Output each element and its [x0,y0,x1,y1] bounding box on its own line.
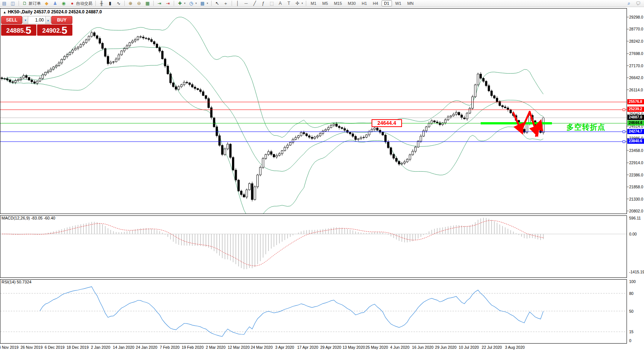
dropdown-caret-icon[interactable]: ▾ [302,2,303,5]
terminal-icon[interactable]: ♟ [51,0,59,6]
add-indicator-icon: ✚ [177,1,183,6]
date-label: 12 Mar 2020 [228,345,250,350]
price-level-text-box[interactable]: 24644.4 [372,119,402,127]
text-icon[interactable]: A [276,0,285,6]
timeframe-m1-button[interactable]: M1 [308,0,319,6]
line-chart-type-icon[interactable]: ∿ [114,0,123,6]
date-label: 25 May 2020 [366,345,388,350]
toolbar-separator [232,1,232,6]
dropdown-caret-icon[interactable]: ▾ [196,2,197,5]
timeframe-d1-button[interactable]: D1 [382,0,392,6]
signals-icon: ◉ [61,1,66,6]
price-badge: 23840.6 [627,139,644,144]
date-label: 2 Mar 2020 [206,345,225,350]
timeframe-h4-button[interactable]: H4 [370,0,381,6]
sell-button[interactable]: SELL [1,16,22,24]
add-indicator-icon[interactable]: ✚▾ [176,0,187,6]
timeframe-mn-button[interactable]: MN [405,0,416,6]
chart-shift-icon: ⇥ [165,1,171,6]
tile-windows-icon[interactable]: ▦ [143,0,152,6]
date-label: 10 Jul 2020 [459,345,479,350]
fibonacci-icon[interactable]: ƒ [259,0,268,6]
chart-shift-icon[interactable]: ⇥ [164,0,172,6]
rsi-pane[interactable] [0,279,627,344]
price-tick-label: 29298.0 [629,14,643,20]
timeframe-m15-button[interactable]: M15 [331,0,344,6]
price-badge: 24644.4 [627,120,644,126]
toolbar: ▤◫🗋新订单◆♟◉●自动交易╫▮∿⊕⊖▦⇥⇥✚▾◷▾▩▾↖＋│─╱ƒ⬚AT✣▾M… [0,0,644,7]
buy-price[interactable]: 24902.5 [37,25,72,36]
symbol-triangle-icon: ▲ [3,10,6,14]
rsi-axis-label: 100 [629,279,636,284]
crosshair-icon: ＋ [223,1,229,6]
price-badge: 24887.0 [627,115,644,120]
chart-windows-icon: ▤ [1,1,7,6]
search-icon[interactable]: ⌕ [626,0,632,6]
buy-price-frac: 5 [62,26,68,35]
templates-icon[interactable]: ▩▾ [198,0,210,6]
volume-input[interactable] [28,16,45,24]
buy-button[interactable]: BUY [51,16,72,24]
sell-price[interactable]: 24885.5 [1,25,36,36]
volume-down-button[interactable]: ▼ [23,16,28,24]
history-center-icon: ◆ [44,1,49,6]
autotrading-icon[interactable]: ●自动交易 [68,0,94,7]
rsi-axis-label: 15 [629,329,634,334]
dropdown-caret-icon[interactable]: ▾ [184,2,186,5]
trendline-icon: ╱ [252,1,258,6]
date-label: 24 Jan 2020 [136,345,157,350]
timeframe-w1-button[interactable]: W1 [393,0,404,6]
timeframe-m30-button[interactable]: M30 [345,0,358,6]
price-tick-label: 21330.0 [629,196,643,202]
dropdown-caret-icon[interactable]: ▾ [207,2,208,5]
candle-chart-type-icon[interactable]: ▮ [106,0,114,6]
chart-title: ▲HK50-,Daily 24537.0 25024.0 24524.0 248… [3,9,102,14]
timeframe-h1-button[interactable]: H1 [359,0,369,6]
arrows-icon: ✣ [295,1,300,6]
auto-scroll-icon[interactable]: ⇥ [155,0,164,6]
history-center-icon[interactable]: ◆ [42,0,51,6]
text-label-icon[interactable]: T [285,0,293,6]
rsi-label: RSI(14) 50.7324 [1,280,32,284]
macd-axis-label: 0.00 [629,231,637,237]
vertical-line-icon[interactable]: │ [233,0,242,6]
autotrading-icon: ● [69,1,75,6]
date-label: 3 Aug 2020 [505,345,524,350]
new-order-label: 新订单 [29,1,41,6]
timeframe-m5-button[interactable]: M5 [320,0,330,6]
price-tick-label: 23458.0 [629,148,643,153]
price-badge: 25239.2 [627,107,644,112]
profile-icon[interactable]: ◫ [9,0,17,6]
turning-point-annotation[interactable]: 多空转折点 [566,122,605,132]
signals-icon[interactable]: ◉ [59,0,68,6]
arrows-icon[interactable]: ✣▾ [293,0,305,6]
new-order-icon[interactable]: 🗋新订单 [20,0,42,7]
sell-price-main: 24885 [6,26,24,35]
periods-icon[interactable]: ◷▾ [187,0,199,6]
toolbar-separator [211,1,212,6]
main-chart-pane[interactable] [0,8,627,214]
bar-chart-type-icon: ╫ [99,1,104,6]
price-tick-label: 22914.0 [629,160,643,165]
terminal-icon: ♟ [52,1,58,6]
horizontal-line-icon[interactable]: ─ [242,0,251,6]
rsi-axis-label: 50 [629,309,634,314]
bar-chart-type-icon[interactable]: ╫ [97,0,106,6]
zoom-in-icon[interactable]: ⊕ [126,0,135,6]
cursor-icon[interactable]: ↖ [213,0,222,6]
candle-chart-type-icon: ▮ [107,1,113,6]
crosshair-icon[interactable]: ＋ [222,0,230,6]
grid-icon[interactable]: ⬚ [268,0,276,6]
macd-pane[interactable] [0,215,627,278]
toolbar-separator [306,1,306,6]
text-icon: A [278,1,283,6]
fibonacci-icon: ƒ [261,1,266,6]
volume-up-button[interactable]: ▲ [45,16,50,24]
trendline-icon[interactable]: ╱ [251,0,259,6]
sell-price-frac: 5 [26,26,32,35]
date-label: 4 Jun 2020 [390,345,409,350]
line-chart-type-icon: ∿ [116,1,121,6]
chart-windows-icon[interactable]: ▤ [0,0,9,6]
zoom-out-icon[interactable]: ⊖ [135,0,143,6]
chat-icon[interactable]: 🗩 [635,1,641,6]
